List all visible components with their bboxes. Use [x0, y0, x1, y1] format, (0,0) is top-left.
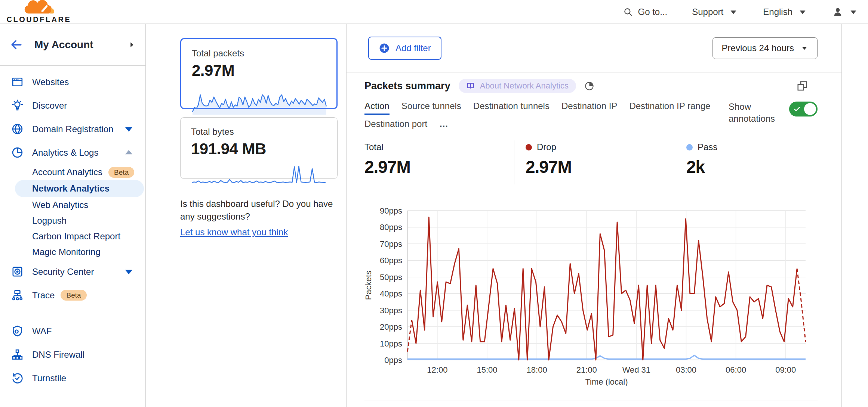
sidebar-item-label: Network Analytics [32, 183, 110, 194]
main-panel: Add filter Previous 24 hours Packets sum… [347, 24, 842, 407]
safe-icon [11, 265, 24, 278]
feedback-block: Is this dashboard useful? Do you have an… [180, 198, 345, 239]
time-window-icon[interactable] [584, 81, 594, 91]
caret-down-icon [849, 7, 858, 17]
total-bytes-card[interactable]: Total bytes 191.94 MB [180, 117, 338, 179]
check-icon [793, 105, 801, 113]
show-annotations-toggle[interactable] [789, 102, 818, 116]
sidebar-item-dns-firewall[interactable]: DNS Firewall [0, 343, 145, 366]
more-tabs-button[interactable]: … [439, 119, 449, 133]
overview-column: Total packets 2.97M Total bytes 191.94 M… [146, 24, 347, 407]
panel-title: Packets summary [364, 80, 450, 92]
panel-header: Packets summary About Network Analytics [364, 78, 818, 93]
time-range-dropdown[interactable]: Previous 24 hours [712, 37, 818, 59]
tab-destination-port[interactable]: Destination port [364, 119, 427, 133]
account-title: My Account [34, 39, 93, 51]
y-tick-label: 60pps [380, 256, 402, 265]
expand-panel-icon[interactable] [797, 80, 808, 91]
trace-icon [11, 289, 24, 301]
y-tick-label: 0pps [384, 355, 402, 365]
tab-action[interactable]: Action [364, 101, 390, 115]
sidebar-item-label: Discover [32, 100, 67, 111]
sidebar-item-label: DNS Firewall [32, 349, 84, 360]
caret-down-icon [801, 44, 808, 52]
go-to-search[interactable]: Go to... [623, 7, 668, 17]
feedback-link[interactable]: Let us know what you think [180, 226, 288, 239]
sidebar-item-web-analytics[interactable]: Web Analytics [0, 197, 145, 213]
sidebar-nav: WebsitesDiscoverDomain RegistrationAnaly… [0, 66, 145, 407]
sidebar-item-label: Magic Monitoring [32, 247, 101, 257]
y-tick-label: 50pps [380, 273, 402, 282]
sidebar-item-security-center[interactable]: Security Center [0, 260, 145, 283]
about-network-analytics-badge[interactable]: About Network Analytics [459, 79, 576, 93]
sidebar-divider [4, 396, 141, 396]
language-menu[interactable]: English [763, 7, 807, 17]
sidebar-divider [4, 313, 141, 313]
account-header: My Account [0, 24, 145, 66]
sidebar-item-hidden[interactable] [0, 402, 145, 407]
y-tick-label: 70pps [380, 239, 402, 249]
sidebar-item-label: Security Center [32, 267, 94, 277]
stat-label: Total [364, 142, 384, 152]
bulb-icon [11, 99, 24, 112]
stat-value: 2k [686, 157, 818, 177]
y-tick-label: 20pps [380, 322, 402, 332]
section-divider [364, 386, 818, 401]
shield-icon [11, 325, 24, 337]
sidebar-item-network-analytics[interactable]: Network Analytics [15, 180, 144, 197]
back-arrow-icon[interactable] [10, 38, 23, 52]
pass-series-line [407, 355, 806, 359]
go-to-label: Go to... [638, 7, 668, 17]
support-menu[interactable]: Support [692, 7, 738, 17]
time-range-label: Previous 24 hours [722, 43, 794, 53]
stat-total: Total 2.97M [364, 140, 514, 184]
stat-value: 2.97M [364, 157, 514, 177]
card-title: Total packets [192, 48, 326, 59]
caret-down-icon [123, 123, 135, 135]
sidebar-item-label: Websites [32, 77, 69, 87]
add-filter-button[interactable]: Add filter [368, 37, 441, 60]
y-tick-label: 80pps [380, 223, 402, 232]
stats-row: Total 2.97M Drop 2.97M Pass 2k [364, 140, 818, 184]
sidebar-item-label: Analytics & Logs [32, 147, 98, 158]
sidebar-item-domain-registration[interactable]: Domain Registration [0, 117, 145, 141]
tab-destination-tunnels[interactable]: Destination tunnels [473, 101, 550, 115]
sidebar-item-label: Web Analytics [32, 200, 88, 210]
bytes-sparkline [191, 159, 326, 187]
sidebar-item-account-analytics[interactable]: Account AnalyticsBeta [0, 164, 145, 180]
tab-source-tunnels[interactable]: Source tunnels [401, 101, 461, 115]
x-tick-label: 18:00 [527, 365, 547, 375]
cloudflare-logo[interactable]: CLOUDFLARE [7, 0, 70, 24]
drop-legend-dot [526, 144, 532, 150]
user-avatar-icon [832, 6, 843, 18]
sidebar-item-carbon-impact-report[interactable]: Carbon Impact Report [0, 229, 145, 244]
caret-down-icon [798, 7, 807, 17]
card-title: Total bytes [191, 127, 327, 137]
annotations-control: Show annotations [729, 101, 818, 125]
sidebar-item-analytics-logs[interactable]: Analytics & Logs [0, 141, 145, 164]
beta-badge: Beta [108, 167, 134, 178]
y-tick-label: 40pps [380, 289, 402, 298]
drop-series-dashed-head [407, 320, 412, 352]
tab-destination-ip-range[interactable]: Destination IP range [629, 101, 710, 115]
sidebar-item-logpush[interactable]: Logpush [0, 213, 145, 229]
toggle-knob [804, 103, 816, 115]
sidebar-item-discover[interactable]: Discover [0, 94, 145, 117]
about-badge-label: About Network Analytics [480, 81, 569, 91]
stat-value: 2.97M [526, 157, 675, 177]
y-tick-label: 30pps [380, 306, 402, 315]
sidebar-item-magic-monitoring[interactable]: Magic Monitoring [0, 244, 145, 260]
sidebar-item-waf[interactable]: WAF [0, 319, 145, 343]
support-label: Support [692, 7, 723, 17]
sidebar-item-turnstile[interactable]: Turnstile [0, 366, 145, 390]
caret-right-icon[interactable] [127, 41, 136, 49]
tab-destination-ip[interactable]: Destination IP [561, 101, 617, 115]
sidebar-item-trace[interactable]: TraceBeta [0, 283, 145, 307]
x-tick-label: 09:00 [775, 365, 796, 375]
sidebar-item-label: Account Analytics [32, 167, 102, 177]
caret-down-icon [123, 265, 135, 278]
sidebar-item-websites[interactable]: Websites [0, 70, 145, 94]
total-packets-card[interactable]: Total packets 2.97M [180, 38, 338, 109]
packets-time-series-chart: 0pps10pps20pps30pps40pps50pps60pps70pps8… [364, 184, 818, 386]
account-menu[interactable] [832, 6, 858, 18]
